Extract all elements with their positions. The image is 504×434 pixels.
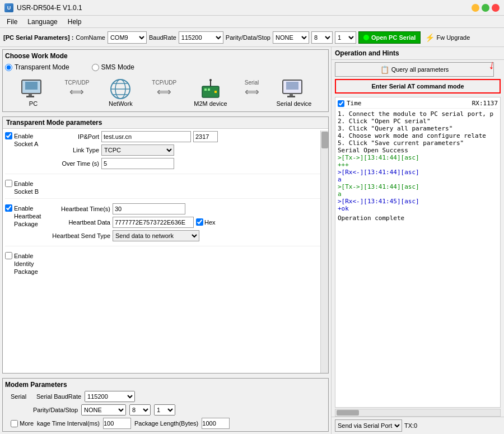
sms-mode-option[interactable]: SMS Mode bbox=[92, 63, 134, 71]
link-type-select[interactable]: TCPC bbox=[101, 144, 174, 156]
diagram-network: NetWork bbox=[106, 78, 134, 107]
svg-rect-1 bbox=[25, 82, 38, 90]
menu-language[interactable]: Language bbox=[23, 17, 62, 26]
parity-label: Parity/Data/Stop bbox=[226, 34, 270, 41]
port-input[interactable] bbox=[193, 131, 218, 142]
menu-help[interactable]: Help bbox=[63, 17, 86, 26]
app-title: USR-DR504-E V1.0.1 bbox=[17, 4, 82, 12]
diagram-serial: Serial device bbox=[277, 78, 312, 107]
output-line-3: 3. Click "Query all parameters" bbox=[338, 125, 498, 132]
output-line-5: 5. Click "Save current parameters" bbox=[338, 139, 498, 147]
socket-b-checkbox-label[interactable]: EnableSocket B bbox=[5, 180, 45, 196]
output-rx-2-data: +ok bbox=[338, 205, 498, 212]
output-line-2: 2. Click "Open PC serial" bbox=[338, 118, 498, 125]
transparent-mode-option[interactable]: Transparent Mode bbox=[5, 63, 69, 71]
output-rx-2: >[Rx<-][13:41:45][asc] bbox=[338, 198, 498, 205]
modem-stop-select[interactable]: 1 bbox=[154, 404, 175, 416]
socket-a-checkbox-label[interactable]: EnableSocket A bbox=[5, 132, 45, 171]
transparent-mode-radio[interactable] bbox=[5, 64, 12, 71]
svg-rect-2 bbox=[29, 94, 32, 96]
com-name-label: ComName bbox=[76, 34, 105, 41]
svg-rect-12 bbox=[204, 88, 207, 91]
identity-checkbox-label[interactable]: EnableIdentityPackage bbox=[5, 252, 45, 276]
hex-checkbox-label[interactable]: Hex bbox=[196, 218, 216, 226]
heartbeat-time-input[interactable] bbox=[113, 203, 185, 214]
menu-file[interactable]: File bbox=[2, 17, 22, 26]
data-bits-select[interactable]: 8 bbox=[311, 31, 333, 44]
socket-a-checkbox[interactable] bbox=[5, 132, 12, 139]
modem-data-select[interactable]: 8 bbox=[129, 404, 151, 416]
op-hints-title: Operation and Hints bbox=[332, 47, 504, 60]
modem-parity-select[interactable]: NONE bbox=[81, 404, 126, 416]
more-checkbox[interactable] bbox=[11, 420, 18, 427]
work-mode-section: Choose Work Mode Transparent Mode SMS Mo… bbox=[2, 49, 329, 112]
led-indicator bbox=[363, 35, 369, 40]
diagram-m2m: M2M device bbox=[194, 78, 227, 107]
modem-title: Modem Parameters bbox=[5, 381, 326, 389]
network-diagram: PC TCP/UDP ⟺ bbox=[5, 76, 326, 109]
close-btn[interactable] bbox=[492, 4, 500, 12]
maximize-btn[interactable] bbox=[482, 4, 489, 12]
baud-rate-select[interactable]: 115200 bbox=[179, 31, 223, 44]
svg-rect-17 bbox=[290, 94, 293, 96]
more-checkbox-label[interactable]: More bbox=[11, 420, 34, 427]
time-checkbox[interactable] bbox=[338, 100, 344, 107]
serial-label: Serial bbox=[11, 393, 33, 400]
modem-baud-select[interactable]: 115200 bbox=[85, 391, 135, 402]
sms-mode-radio[interactable] bbox=[92, 64, 99, 71]
baud-rate-label: BaudRate bbox=[149, 34, 176, 41]
heartbeat-checkbox[interactable] bbox=[5, 204, 12, 212]
svg-rect-16 bbox=[286, 82, 298, 90]
svg-rect-18 bbox=[287, 96, 295, 97]
svg-rect-3 bbox=[26, 96, 34, 97]
socket-b-checkbox[interactable] bbox=[5, 180, 12, 187]
heartbeat-checkbox-label[interactable]: EnableHeartbeatPackage bbox=[5, 204, 45, 244]
diagram-arrow1-group: TCP/UDP ⟺ bbox=[64, 80, 89, 98]
output-header: Time RX:1137 bbox=[338, 100, 498, 109]
diagram-arrow3-group: Serial ⟺ bbox=[245, 80, 259, 98]
heartbeat-group: EnableHeartbeatPackage Heartbeat Time(s)… bbox=[5, 203, 325, 246]
output-rx-1-data: a bbox=[338, 176, 498, 183]
svg-point-11 bbox=[209, 79, 212, 81]
scroll-thumb[interactable] bbox=[321, 132, 328, 148]
output-tx-1: >[Tx->][13:41:44][asc] bbox=[338, 154, 498, 161]
tx-label: TX:0 bbox=[404, 422, 417, 429]
heartbeat-send-type-select[interactable]: Send data to network bbox=[113, 230, 199, 241]
parity-select[interactable]: NONE bbox=[273, 31, 309, 44]
horizontal-scrollbar[interactable] bbox=[335, 409, 501, 417]
identity-checkbox[interactable] bbox=[5, 252, 12, 259]
package-time-input[interactable] bbox=[103, 418, 131, 429]
com-name-select[interactable]: COM9 bbox=[108, 31, 147, 44]
serial-output: Time RX:1137 1. Connect the module to PC… bbox=[335, 97, 501, 408]
enter-serial-at-button[interactable]: Enter Serial AT command mode bbox=[335, 79, 501, 94]
output-rx-1: >[Rx<-][13:41:44][asc] bbox=[338, 169, 498, 176]
output-tx-1-data: +++ bbox=[338, 161, 498, 169]
fw-upgrade-area: ⚡ Fw Upgrade bbox=[425, 33, 470, 42]
query-all-params-button[interactable]: 📋 Query all parameters bbox=[335, 62, 494, 77]
minimize-btn[interactable] bbox=[472, 4, 479, 12]
output-serial-open: Serial Open Success bbox=[338, 147, 498, 154]
send-port-select[interactable]: Send via Serial Port bbox=[335, 419, 402, 432]
socket-a-group: EnableSocket A IP&Port Link Type TCPC bbox=[5, 131, 325, 174]
title-bar: U USR-DR504-E V1.0.1 bbox=[0, 0, 504, 16]
hex-checkbox[interactable] bbox=[196, 218, 203, 226]
serial-params-bar: [PC Serial Parameters] : ComName COM9 Ba… bbox=[0, 28, 504, 47]
modem-section: Modem Parameters Serial Serial BaudRate … bbox=[2, 378, 329, 432]
output-tx-2-data: a bbox=[338, 190, 498, 198]
ip-input[interactable] bbox=[101, 131, 191, 142]
transparent-params-title: Transparent Mode parameters bbox=[3, 117, 328, 129]
stop-bits-select[interactable]: 1 bbox=[335, 31, 356, 44]
open-serial-button[interactable]: Open PC Serial bbox=[358, 31, 421, 44]
heartbeat-params: Heartbeat Time(s) Heartbeat Data Hex bbox=[49, 203, 216, 244]
h-scroll-thumb[interactable] bbox=[337, 410, 359, 416]
params-scrollbar[interactable] bbox=[320, 130, 328, 373]
output-line-1: 1. Connect the module to PC serial port,… bbox=[338, 110, 498, 118]
heartbeat-data-input[interactable] bbox=[113, 217, 194, 228]
identity-group: EnableIdentityPackage bbox=[5, 251, 325, 276]
menu-bar: File Language Help bbox=[0, 16, 504, 28]
package-length-input[interactable] bbox=[202, 418, 230, 429]
svg-rect-14 bbox=[214, 91, 217, 93]
output-tx-2: >[Tx->][13:41:44][asc] bbox=[338, 183, 498, 190]
socket-b-group: EnableSocket B bbox=[5, 179, 325, 199]
over-time-input[interactable] bbox=[101, 158, 174, 169]
